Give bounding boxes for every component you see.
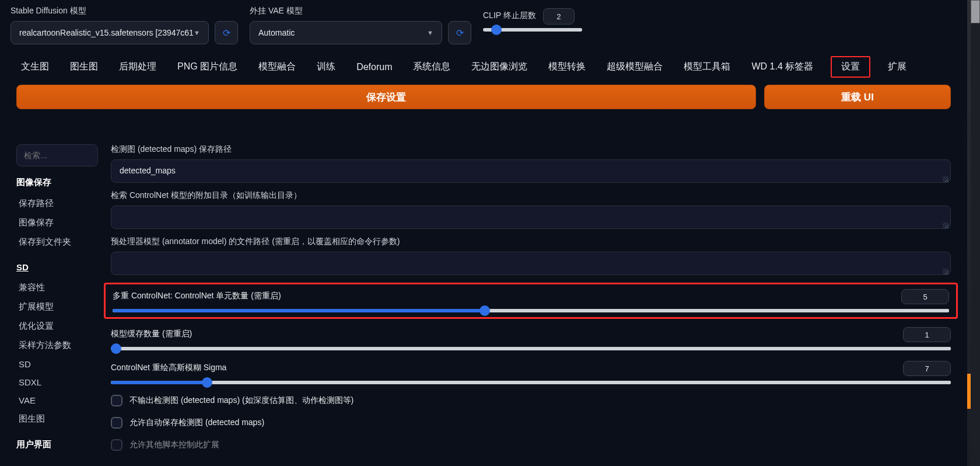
clip-skip-label: CLIP 终止层数 (483, 11, 536, 21)
tab-13[interactable]: 设置 (831, 56, 870, 78)
vae-model-label: 外挂 VAE 模型 (250, 6, 471, 16)
annotator-path-input[interactable] (111, 252, 951, 275)
sidebar-item-sd-5[interactable]: SDXL (16, 373, 98, 391)
model-cache-label: 模型缓存数量 (需重启) (111, 329, 192, 339)
reload-ui-button[interactable]: 重载 UI (764, 85, 951, 109)
save-settings-button[interactable]: 保存设置 (16, 85, 756, 109)
tab-0[interactable]: 文生图 (18, 58, 52, 75)
tab-6[interactable]: Deforum (353, 60, 396, 75)
controlnet-units-value[interactable] (901, 289, 949, 304)
sidebar-item-sd-4[interactable]: SD (16, 355, 98, 373)
sidebar-header-sd: SD (16, 262, 98, 272)
gaussian-sigma-block: ControlNet 重绘高斯模糊 Sigma (111, 359, 951, 387)
chevron-down-icon: ▼ (194, 29, 200, 36)
chevron-down-icon: ▼ (427, 29, 433, 36)
controlnet-units-block: 多重 ControlNet: ControlNet 单元数量 (需重启) (104, 283, 958, 319)
no-output-detected-maps-checkbox[interactable] (111, 395, 123, 406)
extra-dir-input[interactable] (111, 206, 951, 229)
no-output-detected-maps-label: 不输出检测图 (detected maps) (如深度估算图、动作检测图等) (130, 395, 354, 406)
model-cache-value[interactable] (903, 327, 951, 342)
main-tabs: 文生图图生图后期处理PNG 图片信息模型融合训练Deforum系统信息无边图像浏… (10, 53, 957, 84)
settings-sidebar: 图像保存 保存路径图像保存保存到文件夹 SD 兼容性扩展模型优化设置采样方法参数… (16, 144, 98, 456)
tab-10[interactable]: 超级模型融合 (603, 58, 666, 75)
controlnet-units-label: 多重 ControlNet: ControlNet 单元数量 (需重启) (113, 291, 281, 301)
annotator-path-label: 预处理器模型 (annotator model) 的文件路径 (需重启，以覆盖相… (111, 237, 951, 247)
sidebar-item-sd-0[interactable]: 兼容性 (16, 278, 98, 297)
tab-2[interactable]: 后期处理 (116, 58, 160, 75)
top-toolbar: Stable Diffusion 模型 realcartoonRealistic… (10, 6, 957, 44)
auto-save-detected-maps-label: 允许自动保存检测图 (detected maps) (130, 418, 264, 428)
sidebar-item-sd-6[interactable]: VAE (16, 391, 98, 409)
refresh-icon: ⟳ (456, 27, 464, 39)
sd-model-value: realcartoonRealistic_v15.safetensors [23… (19, 28, 194, 37)
tab-14[interactable]: 扩展 (884, 58, 910, 75)
right-edge-accent (967, 374, 971, 409)
sidebar-header-image-save: 图像保存 (16, 177, 98, 188)
scroll-thumb[interactable] (971, 0, 980, 23)
sidebar-item-sd-2[interactable]: 优化设置 (16, 317, 98, 336)
settings-search-input[interactable] (16, 144, 98, 166)
detected-maps-path-input[interactable]: detected_maps (111, 159, 951, 183)
settings-action-row: 保存设置 重载 UI (10, 84, 957, 115)
sidebar-item-sd-7[interactable]: 图生图 (16, 409, 98, 429)
tab-9[interactable]: 模型转换 (545, 58, 589, 75)
clip-skip-slider[interactable] (483, 28, 582, 32)
gaussian-sigma-slider[interactable] (111, 381, 951, 384)
tab-7[interactable]: 系统信息 (410, 58, 454, 75)
model-cache-slider[interactable] (111, 347, 951, 350)
gaussian-sigma-value[interactable] (903, 361, 951, 376)
tab-5[interactable]: 训练 (313, 58, 339, 75)
no-output-detected-maps-row[interactable]: 不输出检测图 (detected maps) (如深度估算图、动作检测图等) (111, 392, 951, 409)
detected-maps-path-label: 检测图 (detected maps) 保存路径 (111, 144, 951, 155)
allow-other-scripts-checkbox[interactable] (111, 439, 123, 451)
page-scrollbar[interactable] (971, 0, 980, 466)
sidebar-item-image-save-1[interactable]: 图像保存 (16, 213, 98, 232)
tab-12[interactable]: WD 1.4 标签器 (748, 58, 817, 75)
tab-3[interactable]: PNG 图片信息 (174, 58, 241, 75)
refresh-icon: ⟳ (223, 27, 230, 39)
tab-1[interactable]: 图生图 (66, 58, 102, 75)
tab-4[interactable]: 模型融合 (255, 58, 299, 75)
allow-other-scripts-label: 允许其他脚本控制此扩展 (130, 440, 219, 450)
allow-other-scripts-row[interactable]: 允许其他脚本控制此扩展 (111, 437, 951, 453)
tab-11[interactable]: 模型工具箱 (680, 58, 734, 75)
model-cache-block: 模型缓存数量 (需重启) (111, 325, 951, 353)
sd-model-refresh-button[interactable]: ⟳ (215, 21, 238, 44)
vae-model-refresh-button[interactable]: ⟳ (448, 21, 471, 44)
extra-dir-label: 检索 ControlNet 模型的附加目录（如训练输出目录） (111, 190, 951, 201)
sidebar-item-image-save-0[interactable]: 保存路径 (16, 194, 98, 213)
sidebar-header-ui: 用户界面 (16, 439, 98, 450)
auto-save-detected-maps-checkbox[interactable] (111, 417, 123, 429)
settings-panel: 检测图 (detected maps) 保存路径 detected_maps 检… (111, 144, 951, 456)
vae-model-value: Automatic (258, 28, 295, 37)
vae-model-select[interactable]: Automatic ▼ (250, 21, 442, 44)
controlnet-units-slider[interactable] (113, 309, 949, 312)
auto-save-detected-maps-row[interactable]: 允许自动保存检测图 (detected maps) (111, 415, 951, 431)
gaussian-sigma-label: ControlNet 重绘高斯模糊 Sigma (111, 363, 226, 373)
sd-model-select[interactable]: realcartoonRealistic_v15.safetensors [23… (10, 21, 209, 44)
sidebar-item-image-save-2[interactable]: 保存到文件夹 (16, 232, 98, 252)
tab-8[interactable]: 无边图像浏览 (468, 58, 531, 75)
sd-model-label: Stable Diffusion 模型 (10, 6, 238, 16)
right-edge-strip (967, 0, 971, 466)
sidebar-item-sd-3[interactable]: 采样方法参数 (16, 336, 98, 355)
clip-skip-value[interactable] (543, 8, 575, 25)
sidebar-item-sd-1[interactable]: 扩展模型 (16, 297, 98, 317)
